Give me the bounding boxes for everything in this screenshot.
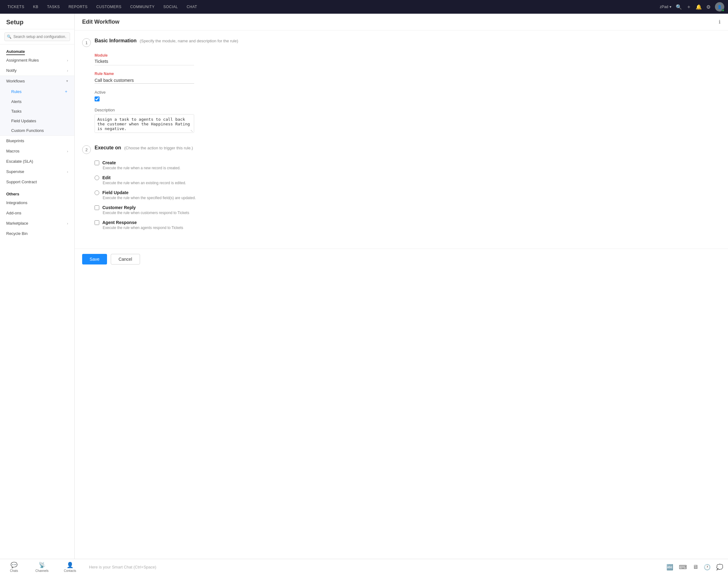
zpad-button[interactable]: zPad ▾ (660, 5, 671, 9)
nav-tickets[interactable]: TICKETS (4, 3, 28, 11)
description-label: Description (95, 108, 721, 112)
search-icon[interactable]: 🔍 (676, 4, 682, 10)
settings-icon[interactable]: ⚙ (706, 4, 710, 10)
sidebar-item-recycle-bin[interactable]: Recycle Bin (0, 228, 74, 239)
execute-options: Create Execute the rule when a new recor… (82, 160, 721, 230)
nav-community[interactable]: COMMUNITY (126, 3, 158, 11)
automate-section-title: Automate (6, 49, 25, 55)
workflows-section: Workflows ▾ Rules ＋ Alerts Tasks Field U… (0, 76, 74, 136)
others-section-title: Others (6, 192, 19, 196)
sidebar-body: Automate Assignment Rules › Notify › Wor… (0, 44, 74, 559)
sidebar-search-area: 🔍 (0, 29, 74, 44)
rule-name-field: Rule Name (82, 72, 721, 84)
main-layout: Setup 🔍 Automate Assignment Rules › Noti… (0, 14, 728, 559)
bottom-nav-chats[interactable]: 💬 Chats (0, 559, 28, 575)
step-1-header: 1 Basic Information (Specify the module,… (82, 38, 721, 47)
keyboard-icon[interactable]: ⌨ (679, 564, 687, 571)
nav-customers[interactable]: CUSTOMERS (93, 3, 125, 11)
cancel-button[interactable]: Cancel (111, 254, 140, 265)
content-body: 1 Basic Information (Specify the module,… (75, 31, 728, 248)
search-icon: 🔍 (7, 35, 11, 39)
sidebar-subitem-tasks[interactable]: Tasks (0, 106, 74, 116)
screen-icon[interactable]: 🖥 (693, 564, 698, 570)
bottom-nav-contacts[interactable]: 👤 Contacts (56, 559, 84, 575)
sidebar-item-workflows[interactable]: Workflows ▾ (0, 76, 74, 86)
step-1-number: 1 (82, 38, 91, 47)
bottom-right-icons: 🔤 ⌨ 🖥 🕐 💭 (666, 564, 728, 571)
step-1-section: 1 Basic Information (Specify the module,… (82, 38, 721, 134)
active-checkbox[interactable] (95, 97, 100, 101)
field-update-radio[interactable] (95, 191, 99, 195)
nav-tasks[interactable]: TASKS (43, 3, 64, 11)
online-indicator (722, 9, 724, 11)
message-icon[interactable]: 💭 (716, 564, 723, 571)
create-checkbox[interactable] (95, 161, 99, 165)
sidebar-item-support-contract[interactable]: Support Contract (0, 177, 74, 187)
resize-icon: ⤡ (190, 129, 193, 133)
active-label: Active (95, 90, 721, 95)
search-input[interactable] (4, 32, 70, 41)
step-1-title: Basic Information (95, 38, 137, 43)
sidebar-subitem-field-updates[interactable]: Field Updates (0, 116, 74, 126)
description-textarea[interactable]: Assign a task to agents to call back the… (95, 114, 194, 133)
notifications-icon[interactable]: 🔔 (696, 4, 702, 10)
execute-option-edit: Edit Execute the rule when an existing r… (95, 175, 721, 185)
chats-icon: 💬 (10, 562, 18, 569)
save-button[interactable]: Save (82, 254, 107, 265)
rule-name-label: Rule Name (95, 72, 721, 76)
module-value: Tickets (95, 59, 194, 65)
sidebar-item-integrations[interactable]: Integrations (0, 198, 74, 208)
top-navigation: TICKETS KB TASKS REPORTS CUSTOMERS COMMU… (0, 0, 728, 14)
form-actions: Save Cancel (75, 248, 728, 269)
smart-chat-label[interactable]: Here is your Smart Chat (Ctrl+Space) (84, 565, 666, 569)
execute-option-create: Create Execute the rule when a new recor… (95, 160, 721, 170)
content-area: Edit Workflow ℹ 1 Basic Information (Spe… (75, 14, 728, 559)
bottom-navigation: 💬 Chats 📡 Channels 👤 Contacts (0, 559, 84, 575)
sidebar-title: Setup (0, 14, 74, 29)
sidebar-item-macros[interactable]: Macros › (0, 146, 74, 156)
sidebar-item-supervise[interactable]: Supervise › (0, 166, 74, 177)
active-field: Active (82, 90, 721, 101)
sidebar-subitem-alerts[interactable]: Alerts (0, 97, 74, 106)
module-label: Module (95, 53, 721, 58)
execute-option-field-update: Field Update Execute the rule when the s… (95, 190, 721, 200)
nav-kb[interactable]: KB (29, 3, 42, 11)
customer-reply-checkbox[interactable] (95, 205, 99, 210)
sidebar-item-assignment-rules[interactable]: Assignment Rules › (0, 55, 74, 65)
agent-response-checkbox[interactable] (95, 220, 99, 225)
avatar[interactable]: 👤 (715, 2, 724, 11)
add-icon[interactable]: ＋ (686, 4, 691, 10)
sidebar-item-addons[interactable]: Add-ons (0, 208, 74, 218)
page-title: Edit Workflow (82, 19, 119, 25)
contacts-icon: 👤 (67, 562, 73, 569)
step-2-section: 2 Execute on (Choose the action to trigg… (82, 145, 721, 230)
sidebar: Setup 🔍 Automate Assignment Rules › Noti… (0, 14, 75, 559)
bottom-nav-channels[interactable]: 📡 Channels (28, 559, 56, 575)
bottom-bar: 💬 Chats 📡 Channels 👤 Contacts Here is yo… (0, 559, 728, 575)
step-2-title: Execute on (95, 145, 121, 150)
execute-option-agent-response: Agent Response Execute the rule when age… (95, 220, 721, 230)
sidebar-item-notify[interactable]: Notify › (0, 65, 74, 76)
module-field: Module Tickets (82, 53, 721, 65)
nav-reports[interactable]: REPORTS (65, 3, 91, 11)
translate-icon[interactable]: 🔤 (666, 564, 673, 571)
info-icon[interactable]: ℹ (719, 19, 721, 25)
step-1-subtitle: (Specify the module, name and descriptio… (140, 39, 238, 43)
sidebar-item-marketplace[interactable]: Marketplace › (0, 218, 74, 228)
execute-option-customer-reply: Customer Reply Execute the rule when cus… (95, 205, 721, 215)
description-field: Description Assign a task to agents to c… (82, 108, 721, 134)
channels-icon: 📡 (39, 562, 45, 569)
rule-name-input[interactable] (95, 77, 194, 84)
step-2-subtitle: (Choose the action to trigger this rule.… (124, 146, 193, 150)
sidebar-item-escalate[interactable]: Escalate (SLA) (0, 156, 74, 166)
sidebar-subitem-custom-functions[interactable]: Custom Functions (0, 126, 74, 135)
sidebar-item-blueprints[interactable]: Blueprints (0, 136, 74, 146)
add-rule-button[interactable]: ＋ (64, 89, 68, 94)
step-2-number: 2 (82, 145, 91, 154)
clock-icon[interactable]: 🕐 (704, 564, 710, 571)
nav-social[interactable]: SOCIAL (160, 3, 182, 11)
content-header: Edit Workflow ℹ (75, 14, 728, 31)
sidebar-subitem-rules[interactable]: Rules ＋ (0, 86, 74, 97)
edit-radio[interactable] (95, 175, 99, 180)
nav-chat[interactable]: CHAT (183, 3, 201, 11)
